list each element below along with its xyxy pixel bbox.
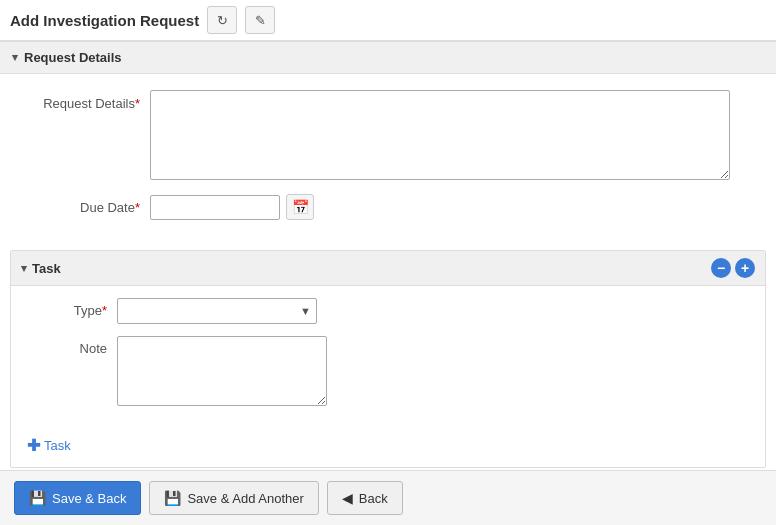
task-type-row: Type* ▼ <box>27 298 749 324</box>
edit-button[interactable]: ✎ <box>245 6 275 34</box>
task-controls: − + <box>711 258 755 278</box>
page-title: Add Investigation Request <box>10 12 199 29</box>
request-details-form: Request Details* Due Date* 📅 <box>0 74 776 250</box>
minus-icon: − <box>717 261 725 275</box>
task-note-textarea[interactable] <box>117 336 327 406</box>
plus-icon: + <box>741 261 749 275</box>
add-task-row: ✚ Task <box>11 430 765 467</box>
back-icon: ◀ <box>342 490 353 506</box>
task-section: ▾ Task − + Type* <box>10 250 766 468</box>
task-section-label: Task <box>32 261 61 276</box>
refresh-button[interactable]: ↻ <box>207 6 237 34</box>
page-content: ▾ Request Details Request Details* Due D… <box>0 41 776 522</box>
save-add-label: Save & Add Another <box>187 491 303 506</box>
section-chevron-icon: ▾ <box>12 51 18 64</box>
task-type-select-wrapper: ▼ <box>117 298 317 324</box>
due-date-required: * <box>135 200 140 215</box>
request-details-label: Request Details* <box>20 90 140 111</box>
calendar-icon: 📅 <box>292 199 309 215</box>
add-task-plus-icon: ✚ <box>27 436 40 455</box>
calendar-button[interactable]: 📅 <box>286 194 314 220</box>
page-header: Add Investigation Request ↻ ✎ <box>0 0 776 41</box>
request-details-section-header[interactable]: ▾ Request Details <box>0 41 776 74</box>
task-section-title: ▾ Task <box>21 261 61 276</box>
section-header-label: Request Details <box>24 50 122 65</box>
due-date-controls: 📅 <box>150 194 314 220</box>
task-type-select[interactable] <box>117 298 317 324</box>
save-add-icon: 💾 <box>164 490 181 506</box>
add-task-ctrl-button[interactable]: + <box>735 258 755 278</box>
task-type-required: * <box>102 303 107 318</box>
request-details-textarea[interactable] <box>150 90 730 180</box>
task-chevron-icon: ▾ <box>21 262 27 275</box>
due-date-row: Due Date* 📅 <box>20 194 756 220</box>
save-back-label: Save & Back <box>52 491 126 506</box>
task-form-body: Type* ▼ Note <box>11 286 765 430</box>
due-date-input[interactable] <box>150 195 280 220</box>
due-date-label: Due Date* <box>20 194 140 215</box>
add-task-label: Task <box>44 438 71 453</box>
refresh-icon: ↻ <box>217 13 228 28</box>
back-label: Back <box>359 491 388 506</box>
back-button[interactable]: ◀ Back <box>327 481 403 515</box>
task-section-header: ▾ Task − + <box>11 251 765 286</box>
edit-icon: ✎ <box>255 13 266 28</box>
add-task-link[interactable]: ✚ Task <box>27 436 71 455</box>
request-details-required: * <box>135 96 140 111</box>
task-note-row: Note <box>27 336 749 406</box>
task-type-label: Type* <box>27 298 107 318</box>
request-details-row: Request Details* <box>20 90 756 180</box>
save-back-button[interactable]: 💾 Save & Back <box>14 481 141 515</box>
task-note-label: Note <box>27 336 107 356</box>
remove-task-button[interactable]: − <box>711 258 731 278</box>
save-add-another-button[interactable]: 💾 Save & Add Another <box>149 481 318 515</box>
save-back-icon: 💾 <box>29 490 46 506</box>
page-footer: 💾 Save & Back 💾 Save & Add Another ◀ Bac… <box>0 470 776 525</box>
